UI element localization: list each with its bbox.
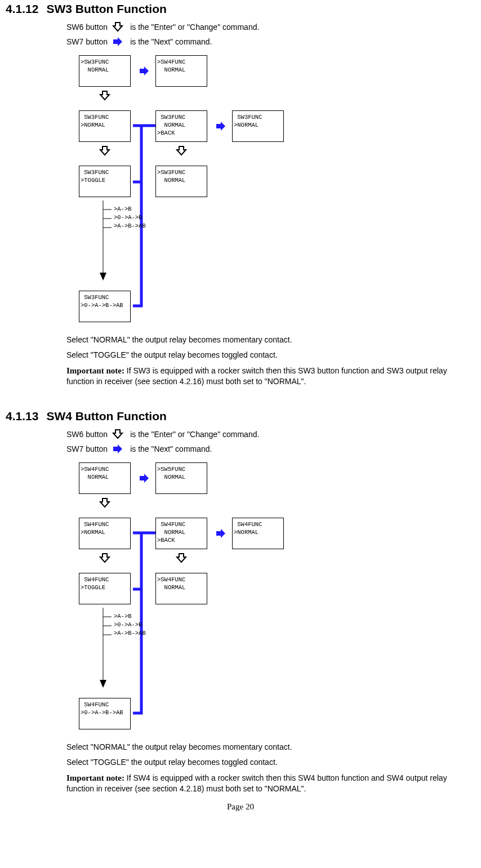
section-title: SW4 Button Function [46, 409, 166, 423]
sw7-line: SW7 button is the "Next" command. [66, 443, 476, 455]
right-arrow-icon [139, 65, 150, 77]
section-heading: 4.1.12 SW3 Button Function [6, 2, 476, 16]
dotted-down-arrow-icon [95, 199, 112, 290]
flow-box: SW3FUNC >0->A->B->AB [79, 291, 131, 322]
dotted-down-arrow-icon [95, 607, 112, 697]
flow-box: >SW4FUNC NORMAL [79, 462, 131, 494]
solid-right-arrow-icon [112, 36, 123, 47]
body-paragraph: Select "NORMAL" the output relay becomes… [66, 335, 476, 345]
sw7-before: SW7 button [66, 444, 108, 453]
body-paragraph: Select "NORMAL" the output relay becomes… [66, 742, 476, 753]
sw7-after: is the "Next" command. [130, 444, 212, 453]
flow-box: SW4FUNC NORMAL >BACK [155, 518, 207, 549]
right-arrow-icon [215, 121, 226, 132]
sw6-line: SW6 button is the "Enter" or "Change" co… [66, 21, 476, 33]
intro-block: SW6 button is the "Enter" or "Change" co… [66, 429, 476, 455]
flow-diagram: >SW4FUNC NORMAL >SW5FUNC NORMAL SW4FUNC … [77, 462, 358, 733]
flow-box: SW4FUNC >TOGGLE [79, 573, 131, 604]
hollow-down-arrow-icon [112, 429, 123, 440]
sw6-after: is the "Enter" or "Change" command. [130, 430, 259, 439]
flow-box: SW3FUNC >NORMAL [232, 110, 284, 142]
option-list: >A->B >0->A->B >A->B->AB [114, 612, 146, 638]
sw7-line: SW7 button is the "Next" command. [66, 36, 476, 47]
page-number: Page 20 [5, 802, 476, 812]
important-note: Important note: If SW3 is equipped with … [66, 365, 476, 387]
flow-box: >SW3FUNC NORMAL [79, 55, 131, 87]
flow-box: SW4FUNC >0->A->B->AB [79, 698, 131, 729]
important-note: Important note: If SW4 is equipped with … [66, 772, 476, 794]
flow-box: SW3FUNC >TOGGLE [79, 166, 131, 197]
flow-box: SW3FUNC >NORMAL [79, 110, 131, 142]
sw6-after: is the "Enter" or "Change" command. [130, 23, 259, 32]
right-arrow-icon [139, 473, 150, 484]
section-title: SW3 Button Function [46, 2, 166, 16]
note-label: Important note: [66, 366, 124, 375]
sw7-before: SW7 button [66, 37, 108, 46]
down-arrow-icon [99, 145, 110, 157]
flow-box: SW4FUNC >NORMAL [79, 518, 131, 549]
down-arrow-icon [176, 553, 187, 564]
sw6-before: SW6 button [66, 430, 108, 439]
section-number: 4.1.12 [6, 2, 38, 16]
solid-right-arrow-icon [112, 443, 123, 455]
intro-block: SW6 button is the "Enter" or "Change" co… [66, 21, 476, 47]
flow-diagram: >SW3FUNC NORMAL >SW4FUNC NORMAL SW3FUNC … [77, 55, 358, 326]
body-paragraph: Select "TOGGLE" the output relay becomes… [66, 757, 476, 768]
section-number: 4.1.13 [6, 409, 38, 423]
body-paragraph: Select "TOGGLE" the output relay becomes… [66, 350, 476, 360]
down-arrow-icon [99, 497, 110, 509]
flow-box: >SW3FUNC NORMAL [155, 166, 207, 197]
option-list: >A->B >0->A->B >A->B->AB [114, 205, 146, 231]
hollow-down-arrow-icon [112, 21, 123, 33]
note-label: Important note: [66, 773, 124, 782]
right-arrow-icon [215, 528, 226, 539]
flow-box: >SW4FUNC NORMAL [155, 55, 207, 87]
section-heading: 4.1.13 SW4 Button Function [6, 409, 476, 423]
flow-box: SW4FUNC >NORMAL [232, 518, 284, 549]
flow-box: SW3FUNC NORMAL >BACK [155, 110, 207, 142]
sw7-after: is the "Next" command. [130, 37, 212, 46]
down-arrow-icon [176, 145, 187, 157]
flow-box: >SW4FUNC NORMAL [155, 573, 207, 604]
down-arrow-icon [99, 90, 110, 101]
flow-box: >SW5FUNC NORMAL [155, 462, 207, 494]
down-arrow-icon [99, 553, 110, 564]
sw6-before: SW6 button [66, 23, 108, 32]
sw6-line: SW6 button is the "Enter" or "Change" co… [66, 429, 476, 440]
